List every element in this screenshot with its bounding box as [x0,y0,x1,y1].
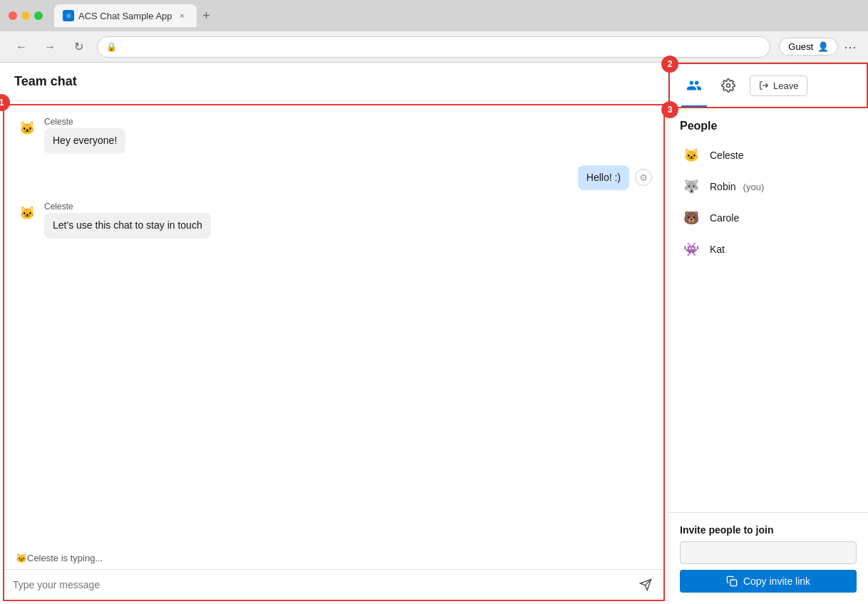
person-item-kat: 👾 Kat [680,238,857,261]
person-name-carole: Carole [710,212,739,224]
message-options-button[interactable]: ⊙ [635,169,652,186]
new-tab-button[interactable]: + [197,6,217,26]
svg-rect-4 [730,580,737,586]
settings-icon [721,78,735,93]
browser-actions: Guest 👤 ⋯ [779,38,857,56]
svg-point-2 [727,84,730,88]
message-row-2: 🐱 Celeste Let's use this chat to stay in… [16,202,652,239]
invite-section: Invite people to join Copy invite link [668,512,868,604]
minimize-button[interactable] [21,11,30,20]
back-button[interactable]: ← [11,37,31,57]
invite-input[interactable] [680,541,857,564]
sidebar-toolbar: Leave [668,63,868,108]
leave-label: Leave [773,80,798,91]
tab-title: ACS Chat Sample App [78,11,172,21]
tab-favicon: ⚛ [63,10,74,21]
annotation-badge-3: 3 [661,101,678,118]
traffic-lights [9,11,43,20]
people-icon [686,78,702,93]
person-avatar-carole: 🐻 [680,207,703,229]
message-content: Celeste Hey everyone! [44,117,125,154]
lock-icon: 🔒 [106,42,117,52]
close-button[interactable] [9,11,17,20]
message-bubble-2: Let's use this chat to stay in touch [44,213,211,239]
people-list: 🐱 Celeste 🐺 Robin (you) 🐻 Carole 👾 [680,144,857,261]
refresh-button[interactable]: ↻ [68,37,88,57]
person-item-celeste: 🐱 Celeste [680,144,857,167]
invite-title: Invite people to join [680,524,857,536]
send-button[interactable] [636,576,655,594]
person-avatar-kat: 👾 [680,238,703,261]
leave-icon [759,80,769,90]
right-sidebar: 2 Leave [668,63,868,604]
guest-label: Guest [788,41,813,52]
address-bar: ← → ↻ 🔒 Guest 👤 ⋯ [0,31,868,63]
forward-button[interactable]: → [40,37,60,57]
maximize-button[interactable] [34,11,43,20]
people-tab-button[interactable] [681,73,707,98]
person-avatar-robin: 🐺 [680,175,703,198]
page-title: Team chat [14,74,653,89]
copy-invite-button[interactable]: Copy invite link [680,570,857,593]
tab-close-button[interactable]: × [177,10,188,21]
person-name-celeste: Celeste [710,150,743,161]
main-area: Team chat 1 🐱 Celeste Hey everyone! [0,63,668,604]
send-icon [639,578,652,591]
person-item-robin: 🐺 Robin (you) [680,175,857,198]
message-row-self: Hello! :) ⊙ [16,165,652,191]
copy-invite-label: Copy invite link [743,576,810,587]
tab-bar: ⚛ ACS Chat Sample App × + [54,4,859,27]
guest-button[interactable]: Guest 👤 [779,38,838,56]
settings-button[interactable] [715,73,741,98]
chat-messages: 🐱 Celeste Hey everyone! Hello! :) ⊙ 🐱 [4,105,663,547]
typing-indicator: 🐱Celeste is typing... [4,547,663,569]
message-sender-2: Celeste [44,202,211,212]
url-bar[interactable]: 🔒 [97,36,770,58]
person-item-carole: 🐻 Carole [680,207,857,229]
app-container: Team chat 1 🐱 Celeste Hey everyone! [0,63,868,604]
copy-icon [726,576,738,587]
message-content-2: Celeste Let's use this chat to stay in t… [44,202,211,239]
leave-button[interactable]: Leave [750,76,807,96]
avatar: 🐱 [16,117,38,140]
people-section: 3 People 🐱 Celeste 🐺 Robin (you) 🐻 Caro [668,108,868,512]
browser-chrome: ⚛ ACS Chat Sample App × + ← → ↻ 🔒 Guest … [0,0,868,63]
browser-titlebar: ⚛ ACS Chat Sample App × + [0,0,868,31]
message-sender: Celeste [44,117,125,127]
message-bubble: Hey everyone! [44,128,125,154]
message-input-area [4,569,663,600]
message-row: 🐱 Celeste Hey everyone! [16,117,652,154]
message-input[interactable] [13,579,631,590]
message-bubble-self: Hello! :) [578,165,629,191]
annotation-badge-2: 2 [661,56,678,73]
browser-menu-button[interactable]: ⋯ [844,39,857,55]
page-header: Team chat [0,63,668,101]
person-name-robin: Robin [710,181,736,192]
avatar-2: 🐱 [16,202,38,224]
person-you-label: (you) [743,182,765,192]
people-title: People [680,120,857,132]
browser-tab[interactable]: ⚛ ACS Chat Sample App × [54,4,197,27]
user-icon: 👤 [817,41,829,52]
person-name-kat: Kat [710,244,725,255]
person-avatar-celeste: 🐱 [680,144,703,167]
